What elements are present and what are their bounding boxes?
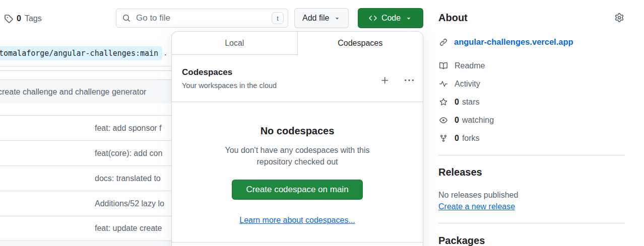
code-button[interactable]: Code <box>358 8 423 28</box>
forks-count: 0 <box>455 134 459 143</box>
repo-forked-icon <box>439 134 447 142</box>
commit-message-link[interactable]: docs: translated to <box>95 174 161 183</box>
star-icon <box>439 98 447 106</box>
readme-label: Readme <box>455 61 485 70</box>
add-file-button[interactable]: Add file <box>294 8 349 28</box>
search-input[interactable] <box>135 13 272 24</box>
codespaces-title: Codespaces <box>182 67 232 77</box>
search-icon <box>122 14 131 22</box>
website-row[interactable]: angular-challenges.vercel.app <box>439 37 573 47</box>
codespaces-subtitle: Your workspaces in the cloud <box>182 81 277 90</box>
sidebar-item-readme[interactable]: Readme <box>439 60 485 71</box>
stars-count: 0 <box>455 98 459 107</box>
chevron-down-icon <box>405 15 412 22</box>
sidebar-item-activity[interactable]: Activity <box>439 78 480 90</box>
codespaces-options-button[interactable] <box>404 75 415 86</box>
tags-label: Tags <box>25 14 42 23</box>
add-file-label: Add file <box>302 14 329 23</box>
gear-icon <box>615 13 624 22</box>
go-to-file-search[interactable]: t <box>116 9 288 28</box>
table-row[interactable]: docs: translated to <box>0 166 173 191</box>
divider <box>438 223 625 223</box>
book-icon <box>439 62 447 70</box>
stars-label: stars <box>462 98 480 107</box>
about-settings-button[interactable] <box>615 13 624 22</box>
empty-state-description: You don't have any codespaces with this … <box>212 144 383 168</box>
sidebar-item-watching[interactable]: 0 watching <box>439 115 494 126</box>
divider <box>0 70 173 71</box>
divider <box>0 66 173 66</box>
shortcut-key-badge: t <box>272 12 284 24</box>
releases-title: Releases <box>438 167 482 178</box>
repo-sidebar: About angular-challenges.vercel.app Read… <box>438 0 625 246</box>
tag-icon <box>4 14 13 23</box>
code-dropdown-tabs: Local Codespaces <box>172 32 423 55</box>
file-table: feat: add sponsor f feat(core): add con … <box>0 115 173 241</box>
pulse-icon <box>439 80 447 88</box>
table-row[interactable]: feat: update create <box>0 216 173 241</box>
plus-icon <box>380 76 390 85</box>
website-link[interactable]: angular-challenges.vercel.app <box>454 37 573 47</box>
packages-title: Packages <box>438 235 485 246</box>
activity-label: Activity <box>455 79 480 89</box>
kebab-horizontal-icon <box>405 76 414 85</box>
latest-commit-bar[interactable]: create challenge and challenge generator <box>0 79 173 104</box>
forks-label: forks <box>462 134 480 143</box>
code-dropdown: Local Codespaces Codespaces Your workspa… <box>171 31 423 246</box>
new-codespace-button[interactable] <box>379 75 391 86</box>
eye-icon <box>439 116 447 124</box>
banner-period: . <box>164 48 166 57</box>
link-icon <box>439 38 447 46</box>
watching-count: 0 <box>455 116 459 125</box>
create-release-link[interactable]: Create a new release <box>438 202 515 211</box>
table-row[interactable]: Additions/52 lazy lo <box>0 191 173 216</box>
codespaces-empty-state: No codespaces You don't have any codespa… <box>172 125 423 225</box>
learn-more-link[interactable]: Learn more about codespaces... <box>239 216 355 225</box>
releases-empty-text: No releases published <box>438 191 518 200</box>
code-button-label: Code <box>381 14 401 23</box>
tags-link[interactable]: 0 Tags <box>4 13 42 24</box>
partial-row <box>0 241 173 246</box>
commit-message-link[interactable]: feat(core): add con <box>95 149 162 158</box>
latest-commit-message[interactable]: create challenge and challenge generator <box>0 88 146 97</box>
commit-message-link[interactable]: feat: update create <box>95 224 162 233</box>
sidebar-item-stars[interactable]: 0 stars <box>439 97 480 108</box>
commit-message-link[interactable]: Additions/52 lazy lo <box>95 199 164 208</box>
code-icon <box>369 14 377 22</box>
watching-label: watching <box>462 116 494 125</box>
divider <box>438 155 625 155</box>
commit-message-link[interactable]: feat: add sponsor f <box>95 124 162 133</box>
about-title: About <box>438 12 468 24</box>
table-row[interactable]: feat(core): add con <box>0 140 173 166</box>
create-codespace-button[interactable]: Create codespace on main <box>232 180 362 200</box>
branch-ref-chip[interactable]: tomalaforge/angular-challenges:main <box>0 46 162 60</box>
empty-state-title: No codespaces <box>172 125 423 137</box>
tags-count: 0 <box>17 14 21 23</box>
github-repo-page: 0 Tags t Add file Code tomalaforge/angul… <box>0 0 644 246</box>
tab-codespaces[interactable]: Codespaces <box>298 32 423 55</box>
codespaces-header: Codespaces Your workspaces in the cloud <box>172 55 423 102</box>
sidebar-item-forks[interactable]: 0 forks <box>439 133 480 144</box>
table-row[interactable]: feat: add sponsor f <box>0 115 173 140</box>
tab-local[interactable]: Local <box>172 32 298 55</box>
chevron-down-icon <box>334 15 341 22</box>
divider <box>172 242 423 242</box>
